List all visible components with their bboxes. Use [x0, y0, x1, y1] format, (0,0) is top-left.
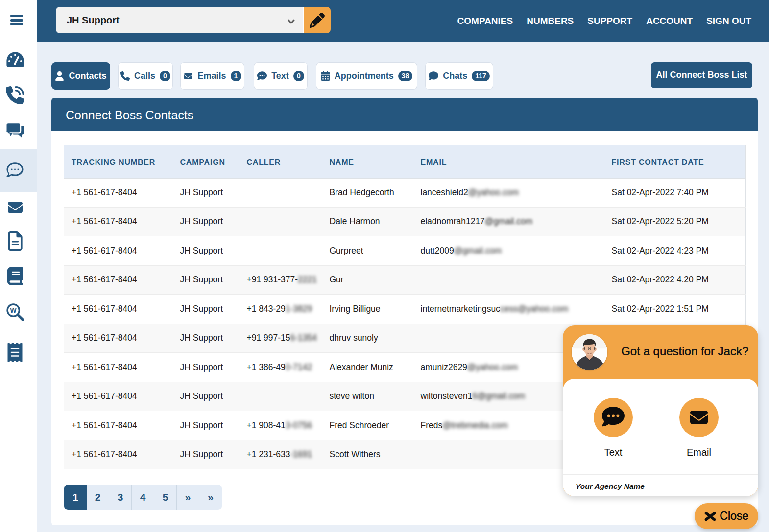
svg-text:W: W	[10, 306, 17, 314]
